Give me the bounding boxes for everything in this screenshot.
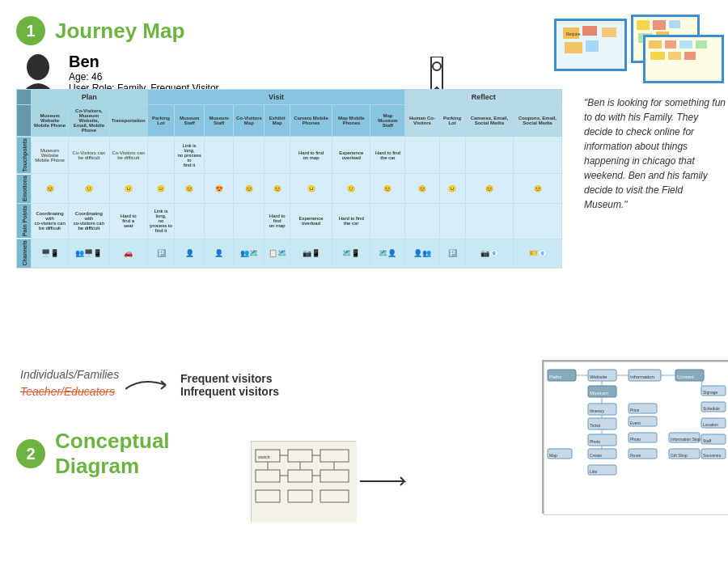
- touchpoint-sub-header: Museum WebsiteMobile Phone Co-Visitors,M…: [17, 105, 562, 137]
- section2-number: 2: [16, 439, 45, 468]
- persona-name: Ben: [69, 53, 368, 71]
- svg-rect-20: [684, 52, 696, 60]
- pp-r4: [514, 204, 562, 239]
- svg-rect-17: [696, 40, 707, 49]
- em-p3: 😐: [109, 174, 147, 204]
- svg-text:Event: Event: [630, 421, 641, 425]
- svg-text:Like: Like: [590, 469, 597, 474]
- svg-text:Require: Require: [566, 32, 581, 36]
- ch-v1: 🅿️: [147, 239, 175, 269]
- th-v7: Map Mobile Phones: [332, 105, 370, 137]
- em-v3: 😍: [204, 174, 233, 204]
- tp-v4: [234, 137, 265, 174]
- pp-p2: Coordinating withco-visitors canbe diffi…: [69, 204, 110, 239]
- sticky-note-1: Require: [554, 19, 627, 71]
- row-label-touchpoints: Touchpoints: [17, 137, 32, 174]
- pp-p1: Coordinating withco-visitors canbe diffi…: [32, 204, 69, 239]
- svg-text:Create: Create: [590, 453, 602, 458]
- row-label-channels: Channels: [17, 239, 32, 269]
- section1-header: 1 Journey Map: [16, 16, 184, 45]
- tp-r3: [465, 137, 513, 174]
- pp-p3: Hard tofind aseat: [109, 204, 147, 239]
- svg-rect-9: [653, 20, 666, 30]
- svg-rect-18: [650, 52, 665, 60]
- corner-cell: [17, 90, 32, 105]
- ch-r3: 📷📧: [465, 239, 513, 269]
- pp-v2: [175, 204, 204, 239]
- svg-text:Content: Content: [677, 374, 694, 379]
- svg-rect-15: [665, 40, 676, 49]
- svg-text:Souvenirs: Souvenirs: [703, 453, 722, 458]
- em-v1: 😑: [147, 174, 175, 204]
- em-p2: 🙂: [69, 174, 110, 204]
- touchpoints-row: Touchpoints Museum WebsiteMobile Phone C…: [17, 137, 562, 174]
- phase-visit-header: Visit: [147, 90, 405, 105]
- pp-v8: [370, 204, 405, 239]
- th-r4: Coupons, Email, Social Media: [514, 105, 562, 137]
- svg-text:Photo: Photo: [590, 439, 600, 444]
- persona-age: Age: 46: [69, 71, 368, 82]
- svg-text:Itinerary: Itinerary: [590, 408, 605, 413]
- th-r2: Parking Lot: [439, 105, 465, 137]
- sketch-diagram: sketch: [251, 441, 356, 522]
- svg-rect-19: [668, 52, 681, 60]
- svg-text:sketch: sketch: [258, 455, 270, 459]
- tp-p1: Museum WebsiteMobile Phone: [32, 137, 69, 174]
- section2-title-line2: Diagram: [55, 454, 170, 479]
- tp-v2: Link is long,no process tofind it: [175, 137, 204, 174]
- th-v8: Map Museum Staff: [370, 105, 405, 137]
- channels-row: Channels 🖥️📱 👥🖥️📱 🚗 🅿️ 👤 👤 👥🗺️ 📋🗺️ 📷📱 🗺️…: [17, 239, 562, 269]
- em-v2: 😊: [175, 174, 204, 204]
- svg-text:Map: Map: [549, 453, 557, 458]
- tp-v3: [204, 137, 233, 174]
- conceptual-diagram-svg: Paths Website Information Content Signag…: [544, 362, 728, 515]
- th-v4: Co-Visitors Map: [234, 105, 265, 137]
- th-empty: [17, 105, 32, 137]
- tp-r2: [439, 137, 465, 174]
- arrow-icon: [125, 373, 174, 397]
- quote-box: "Ben is looking for something fun to do …: [584, 95, 728, 212]
- em-v8: 😊: [370, 174, 405, 204]
- individuals-families-text: Individuals/Families: [20, 368, 119, 381]
- pp-r1: [405, 204, 439, 239]
- teachers-label: Teacher/Educators: [20, 385, 115, 398]
- svg-text:Staff: Staff: [703, 438, 712, 443]
- tp-r4: [514, 137, 562, 174]
- ch-v3: 👤: [204, 239, 233, 269]
- svg-text:Information: Information: [630, 374, 654, 379]
- th-v1: Parking Lot: [147, 105, 175, 137]
- svg-point-21: [27, 54, 49, 80]
- svg-text:Route: Route: [630, 453, 641, 458]
- svg-rect-14: [649, 40, 662, 49]
- row-label-pain: Pain Points: [17, 204, 32, 239]
- em-v7: 🙂: [332, 174, 370, 204]
- emotions-row: Emotions 😊 🙂 😐 😑 😊 😍 😊 😊 😐 🙂 😊 😊 😐 😊 😊: [17, 174, 562, 204]
- section1-number: 1: [16, 16, 45, 45]
- th-v3: Museum Staff: [204, 105, 233, 137]
- ch-p1: 🖥️📱: [32, 239, 69, 269]
- svg-text:Schedule: Schedule: [703, 406, 720, 411]
- ch-r2: 🅿️: [439, 239, 465, 269]
- sticky-notes-area: Require: [550, 15, 728, 95]
- tp-v8: Hard to findthe car: [370, 137, 405, 174]
- th-r1: Human Co-Visitors: [405, 105, 439, 137]
- em-p1: 😊: [32, 174, 69, 204]
- th-r3: Cameras, Email, Social Media: [465, 105, 513, 137]
- ch-r4: 🎫📧: [514, 239, 562, 269]
- em-r2: 😐: [439, 174, 465, 204]
- em-v4: 😊: [234, 174, 265, 204]
- svg-text:Museum: Museum: [590, 391, 608, 396]
- section2-title-line1: Conceptual: [55, 429, 170, 454]
- tp-v6: Hard to findon map: [290, 137, 332, 174]
- pp-r3: [465, 204, 513, 239]
- tp-r1: [405, 137, 439, 174]
- conceptual-diagram-box: Paths Website Information Content Signag…: [542, 360, 728, 514]
- pp-v1: Link is long,no process tofind it: [147, 204, 175, 239]
- svg-text:Photo: Photo: [630, 437, 641, 442]
- pp-r2: [439, 204, 465, 239]
- th-p1: Museum WebsiteMobile Phone: [32, 105, 69, 137]
- ch-v7: 🗺️📱: [332, 239, 370, 269]
- th-v6: Camera Mobile Phones: [290, 105, 332, 137]
- visitor-types: Frequent visitors Infrequent visitors: [180, 372, 279, 398]
- tp-p2: Co-Visitors canbe difficult: [69, 137, 110, 174]
